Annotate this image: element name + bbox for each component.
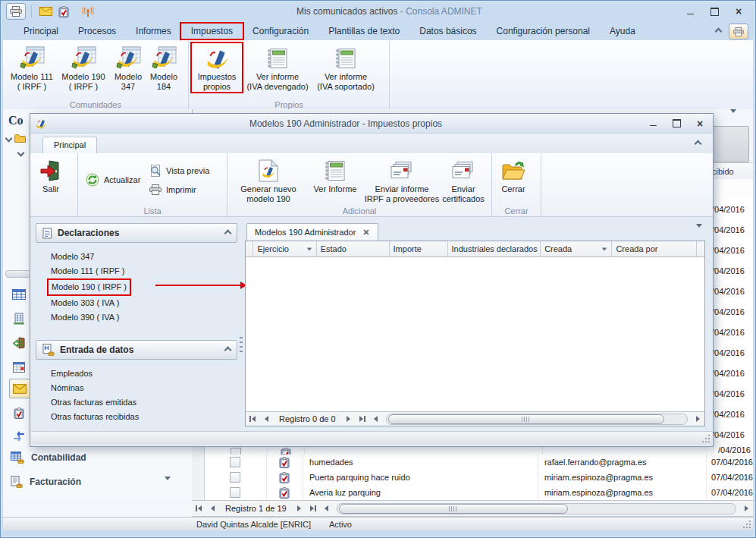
navpane-configure-icon[interactable] — [165, 480, 171, 489]
bg-column-header-recibido[interactable]: cibido — [709, 162, 753, 181]
bg-scroll-top[interactable] — [712, 126, 749, 162]
dialog-collapse-ribbon-icon[interactable] — [695, 140, 702, 148]
last-record-button[interactable] — [356, 414, 369, 424]
generar-modelo-button[interactable]: Generar nuevomodelo 190 — [231, 156, 306, 204]
tree-expand-icon[interactable] — [17, 149, 25, 157]
navstrip-calendar-button[interactable] — [9, 357, 29, 376]
navpane-item-facturacion[interactable]: Facturación — [11, 476, 81, 488]
scrollbar-thumb[interactable] — [339, 504, 568, 514]
impuestos-propios-button[interactable]: Impuestospropios — [190, 42, 243, 93]
navstrip-company-button[interactable] — [9, 310, 29, 328]
decl-item-modelo-111[interactable]: Modelo 111 ( IRPF ) — [51, 264, 237, 278]
imprimir-button[interactable]: Imprimir — [145, 183, 201, 197]
column-header-creada[interactable]: Creada — [541, 241, 612, 256]
modelo-347-button[interactable]: Modelo347 — [109, 43, 147, 92]
dialog-horizontal-scrollbar[interactable] — [386, 414, 688, 425]
navstrip-exit-button[interactable] — [9, 334, 29, 352]
doc-tab-modelos-190[interactable]: Modelos 190 Administrador ✕ — [246, 223, 378, 241]
resize-grip[interactable] — [743, 521, 752, 530]
collapse-section-icon[interactable] — [224, 229, 232, 237]
tab-plantillas[interactable]: Plantillas de texto — [318, 24, 409, 39]
enviar-certificados-button[interactable]: Enviarcertificados — [440, 156, 487, 204]
decl-item-modelo-347[interactable]: Modelo 347 — [51, 250, 237, 264]
column-header-estado[interactable]: Estado — [317, 241, 390, 256]
decl-item-modelo-390[interactable]: Modelo 390 ( IVA ) — [51, 310, 237, 325]
help-app-button[interactable] — [729, 24, 748, 39]
row-checkbox[interactable] — [230, 487, 240, 498]
tab-configuracion[interactable]: Configuración — [243, 24, 318, 39]
dialog-close-button[interactable]: × — [692, 118, 708, 129]
navstrip-mail-button[interactable] — [9, 379, 30, 398]
last-record-button[interactable] — [306, 503, 320, 514]
hscroll-left-icon[interactable] — [320, 503, 334, 514]
column-header-importe[interactable]: Importe — [390, 241, 448, 256]
panel-splitter[interactable] — [240, 337, 243, 354]
tab-datos-basicos[interactable]: Datos básicos — [409, 24, 486, 39]
ver-informe-button[interactable]: Ver Informe — [306, 156, 364, 194]
modelo-190-button[interactable]: Modelo 190( IRPF ) — [58, 43, 109, 92]
first-record-button[interactable] — [192, 503, 205, 514]
grid-empty-body[interactable] — [246, 257, 704, 411]
column-header-creada-por[interactable]: Creada por — [612, 241, 697, 256]
hscroll-left-icon[interactable] — [369, 414, 383, 424]
quick-mail-button[interactable] — [36, 4, 55, 19]
bgtab-list-dropdown-icon[interactable] — [730, 113, 736, 122]
table-row[interactable]: humedades rafael.ferrando@pragma.es 07/0… — [192, 455, 753, 470]
navstrip-sync-button[interactable] — [9, 427, 29, 445]
vista-previa-button[interactable]: Vista previa — [145, 163, 214, 178]
modelo-111-button[interactable]: Modelo 111( IRPF ) — [6, 43, 58, 92]
enviar-informe-button[interactable]: Enviar informeIRPF a proveedores — [364, 156, 440, 204]
scrollbar-thumb[interactable] — [388, 414, 664, 424]
app-menu-button[interactable] — [6, 3, 26, 20]
cerrar-button[interactable]: Cerrar — [495, 156, 532, 194]
dialog-restore-button[interactable] — [668, 118, 685, 129]
entrada-item-otras-emitidas[interactable]: Otras facturas emitidas — [51, 395, 237, 410]
row-checkbox[interactable] — [230, 457, 240, 467]
actualizar-button[interactable]: Actualizar — [81, 171, 145, 188]
tree-expand-icon[interactable] — [5, 134, 13, 142]
ver-informe-soportado-button[interactable]: Ver informe(IVA soportado) — [312, 43, 380, 92]
column-header-industriales[interactable]: Industriales declarados — [448, 241, 541, 256]
navpane-item-contabilidad[interactable]: Contabilidad — [11, 451, 86, 464]
collapse-ribbon-icon[interactable] — [715, 28, 723, 36]
row-checkbox[interactable] — [230, 472, 240, 483]
dialog-tab-principal[interactable]: Principal — [42, 137, 97, 153]
close-tab-icon[interactable]: ✕ — [362, 228, 369, 238]
first-record-button[interactable] — [246, 414, 259, 424]
tree-node-folder[interactable] — [6, 134, 26, 143]
hscroll-right-icon[interactable] — [739, 503, 753, 514]
entrada-datos-header[interactable]: Entrada de datos — [36, 340, 237, 360]
quick-tasks-button[interactable] — [55, 4, 73, 19]
minimize-button[interactable] — [682, 6, 698, 17]
prev-record-button[interactable] — [259, 414, 273, 424]
quick-broadcast-button[interactable] — [79, 4, 97, 19]
hscroll-right-icon[interactable] — [691, 414, 704, 424]
navstrip-table-button[interactable] — [9, 285, 29, 304]
next-record-button[interactable] — [293, 503, 306, 514]
declaraciones-header[interactable]: Declaraciones — [36, 223, 237, 243]
modelo-184-button[interactable]: Modelo184 — [147, 43, 180, 92]
tab-list-dropdown-icon[interactable] — [696, 228, 702, 237]
entrada-item-nominas[interactable]: Nóminas — [51, 381, 237, 395]
entrada-item-empleados[interactable]: Empleados — [51, 367, 237, 381]
decl-item-modelo-190[interactable]: Modelo 190 ( IRPF ) — [51, 278, 237, 296]
tab-procesos[interactable]: Procesos — [68, 24, 126, 39]
table-row[interactable]: Averia luz parquing miriam.espinoza@prag… — [192, 485, 753, 501]
salir-button[interactable]: Salir — [33, 156, 68, 194]
table-row[interactable]: Puerta parquing hace ruido miriam.espino… — [192, 470, 753, 486]
tab-principal[interactable]: Principal — [14, 24, 68, 39]
tree-hscrollbar[interactable] — [5, 270, 31, 278]
collapse-section-icon[interactable] — [224, 346, 232, 354]
ver-informe-devengado-button[interactable]: Ver informe(IVA devengado) — [243, 43, 312, 92]
tree-node-child[interactable] — [18, 150, 24, 156]
restore-button[interactable] — [706, 6, 723, 17]
entrada-item-otras-recibidas[interactable]: Otras facturas recibidas — [51, 410, 237, 424]
prev-record-button[interactable] — [205, 503, 219, 514]
next-record-button[interactable] — [342, 414, 356, 424]
column-header-ejercicio[interactable]: Ejercicio — [253, 241, 316, 256]
dialog-minimize-button[interactable] — [645, 118, 661, 129]
tab-ayuda[interactable]: Ayuda — [600, 24, 645, 39]
decl-item-modelo-303[interactable]: Modelo 303 ( IVA ) — [51, 296, 237, 310]
horizontal-scrollbar[interactable] — [337, 503, 736, 514]
tab-config-personal[interactable]: Configuración personal — [487, 24, 600, 39]
